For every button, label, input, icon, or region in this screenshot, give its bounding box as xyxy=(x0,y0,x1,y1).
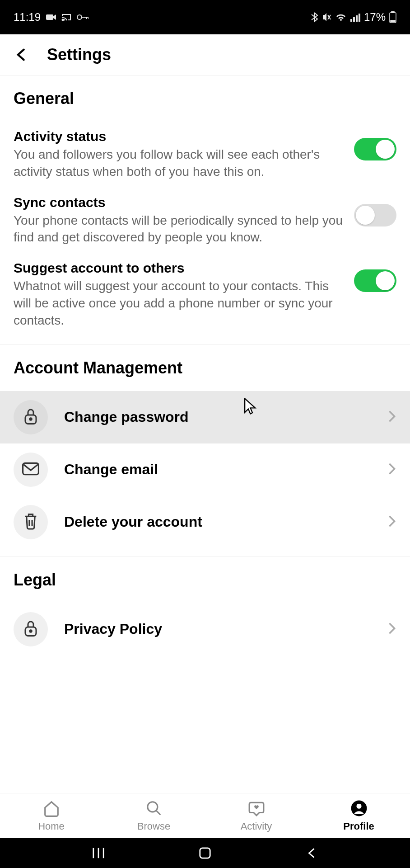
chevron-right-icon xyxy=(387,462,396,477)
sys-home-button[interactable] xyxy=(199,847,211,859)
svg-point-17 xyxy=(147,802,157,811)
nav-profile[interactable]: Profile xyxy=(308,793,410,838)
section-general-header: General xyxy=(0,75,410,122)
svg-point-13 xyxy=(30,418,32,420)
cast-icon xyxy=(61,13,71,21)
status-bar: 11:19 17% xyxy=(0,0,410,34)
page-title: Settings xyxy=(47,45,111,64)
svg-rect-11 xyxy=(391,20,395,22)
activity-status-desc: You and followers you follow back will s… xyxy=(14,146,345,180)
svg-point-2 xyxy=(77,15,82,19)
svg-point-1 xyxy=(62,19,64,21)
vpn-key-icon xyxy=(77,14,89,20)
battery-icon xyxy=(389,11,396,23)
privacy-policy-row[interactable]: Privacy Policy xyxy=(0,603,410,656)
svg-rect-23 xyxy=(200,848,210,858)
nav-profile-label: Profile xyxy=(343,821,374,832)
activity-status-toggle[interactable] xyxy=(354,138,396,160)
activity-status-title: Activity status xyxy=(14,129,345,144)
chevron-right-icon xyxy=(387,515,396,529)
envelope-icon xyxy=(22,462,39,477)
trash-icon xyxy=(23,512,38,532)
svg-rect-14 xyxy=(23,463,39,474)
activity-status-row: Activity status You and followers you fo… xyxy=(0,122,410,188)
chevron-right-icon xyxy=(387,410,396,425)
nav-browse-label: Browse xyxy=(137,821,170,832)
nav-activity-label: Activity xyxy=(241,821,272,832)
heart-chat-icon xyxy=(248,800,265,819)
bottom-nav: Home Browse Activity Profile xyxy=(0,793,410,838)
camera-icon xyxy=(46,14,56,21)
home-icon xyxy=(43,800,60,819)
privacy-policy-label: Privacy Policy xyxy=(64,621,371,637)
bluetooth-icon xyxy=(311,12,318,23)
page-header: Settings xyxy=(0,34,410,75)
svg-rect-10 xyxy=(391,11,394,13)
wifi-icon xyxy=(335,13,347,22)
svg-rect-5 xyxy=(350,19,352,22)
sys-recents-button[interactable] xyxy=(92,847,105,859)
section-legal-header: Legal xyxy=(0,557,410,603)
sys-back-button[interactable] xyxy=(305,847,318,859)
lock-icon xyxy=(23,407,39,427)
sync-contacts-title: Sync contacts xyxy=(14,195,345,210)
signal-icon xyxy=(350,13,360,22)
change-email-label: Change email xyxy=(64,461,371,478)
sync-contacts-toggle[interactable] xyxy=(354,204,396,226)
change-password-row[interactable]: Change password xyxy=(0,391,410,443)
svg-rect-8 xyxy=(359,14,360,22)
svg-rect-0 xyxy=(46,14,53,20)
change-email-row[interactable]: Change email xyxy=(0,443,410,496)
nav-activity[interactable]: Activity xyxy=(205,793,308,838)
svg-rect-7 xyxy=(356,15,358,22)
search-icon xyxy=(145,800,163,819)
sync-contacts-row: Sync contacts Your phone contacts will b… xyxy=(0,188,410,254)
nav-home[interactable]: Home xyxy=(0,793,102,838)
suggest-account-desc: Whatnot will suggest your account to you… xyxy=(14,278,345,329)
sync-contacts-desc: Your phone contacts will be periodically… xyxy=(14,212,345,246)
chevron-right-icon xyxy=(387,622,396,637)
suggest-account-toggle[interactable] xyxy=(354,269,396,292)
suggest-account-row: Suggest account to others Whatnot will s… xyxy=(0,253,410,336)
change-password-label: Change password xyxy=(64,409,371,425)
suggest-account-title: Suggest account to others xyxy=(14,260,345,276)
system-nav xyxy=(0,838,410,868)
mute-icon xyxy=(321,12,331,22)
nav-home-label: Home xyxy=(38,821,65,832)
back-button[interactable] xyxy=(14,45,29,64)
profile-icon xyxy=(350,800,368,819)
section-account-management-header: Account Management xyxy=(0,345,410,391)
svg-point-19 xyxy=(356,803,361,808)
svg-rect-6 xyxy=(353,17,355,22)
lock-icon xyxy=(23,619,39,639)
delete-account-label: Delete your account xyxy=(64,514,371,530)
status-time: 11:19 xyxy=(14,11,41,24)
delete-account-row[interactable]: Delete your account xyxy=(0,496,410,548)
svg-point-16 xyxy=(30,630,32,632)
battery-percent: 17% xyxy=(364,11,386,24)
nav-browse[interactable]: Browse xyxy=(102,793,205,838)
